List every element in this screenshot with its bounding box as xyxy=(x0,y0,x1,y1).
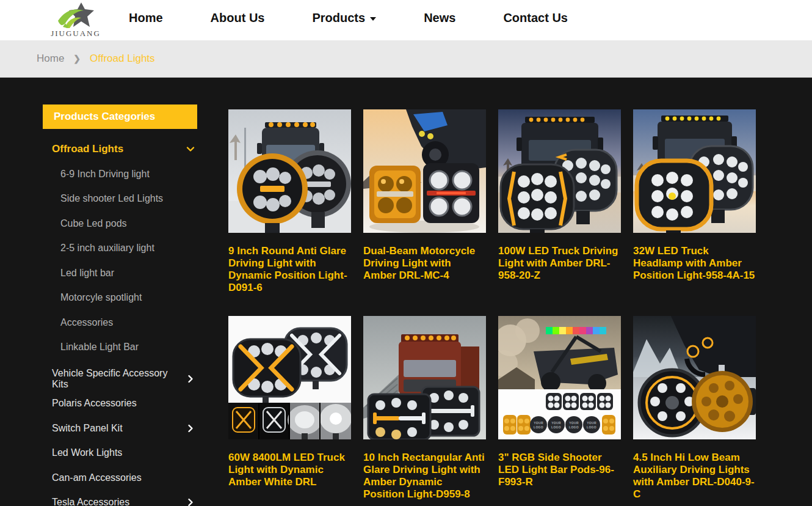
product-title[interactable]: Dual-Beam Motorcycle Driving Light with … xyxy=(363,245,486,316)
sidebar-item-offroad-lights[interactable]: Offroad Lights xyxy=(43,137,197,162)
product-title[interactable]: 4.5 Inch Hi Low Beam Auxiliary Driving L… xyxy=(633,452,756,506)
product-title[interactable]: 3" RGB Side Shooter LED Light Bar Pods-9… xyxy=(498,452,621,506)
product-card: 4.5 Inch Hi Low Beam Auxiliary Driving L… xyxy=(633,316,756,506)
sidebar-item-side-shooter-led-lights[interactable]: Side shooter Led Lights xyxy=(43,186,197,211)
nav-contact-us[interactable]: Contact Us xyxy=(503,11,568,25)
chevron-right-icon xyxy=(186,498,195,506)
product-card: YOUR LOGO YOUR LOGO YOUR LOGO YOUR LOGO xyxy=(498,316,621,506)
product-title[interactable]: 9 Inch Round Anti Glare Driving Light wi… xyxy=(228,245,351,316)
top-nav: JIUGUANG Home About Us Products News Con… xyxy=(0,0,812,40)
auxiliary-driving-lights-image xyxy=(633,316,756,439)
main-content: Products Categories Offroad Lights 6-9 I… xyxy=(0,78,812,506)
truck-light-x-drl-image xyxy=(228,316,351,439)
sidebar-item-vehicle-specific-accessory-kits[interactable]: Vehicle Specific Accessory Kits xyxy=(43,367,197,392)
product-card: 10 Inch Rectangular Anti Glare Driving L… xyxy=(363,316,486,506)
breadcrumb: Home ❯ Offroad Lights xyxy=(0,40,812,78)
sidebar-item-6-9-inch-driving-light[interactable]: 6-9 Inch Driving light xyxy=(43,162,197,187)
product-card: Dual-Beam Motorcycle Driving Light with … xyxy=(363,109,486,316)
sidebar-item-switch-panel-kit[interactable]: Switch Panel Kit xyxy=(43,416,197,441)
product-card: 60W 8400LM LED Truck Light with Dynamic … xyxy=(228,316,351,506)
rectangular-driving-light-image xyxy=(363,316,486,439)
sidebar-item-motorcyle-spotlight[interactable]: Motorcyle spotlight xyxy=(43,285,197,310)
sidebar-item-can-am-accessories[interactable]: Can-am Accessories xyxy=(43,466,197,491)
product-grid: 9 Inch Round Anti Glare Driving Light wi… xyxy=(228,109,756,506)
svg-text:YOUR: YOUR xyxy=(534,421,543,425)
sidebar-item-linkable-light-bar[interactable]: Linkable Light Bar xyxy=(43,335,197,360)
product-title[interactable]: 60W 8400LM LED Truck Light with Dynamic … xyxy=(228,452,351,506)
chevron-down-icon xyxy=(186,145,195,153)
product-thumbnail-2[interactable] xyxy=(363,109,486,233)
svg-text:YOUR: YOUR xyxy=(551,421,561,425)
product-thumbnail-5[interactable] xyxy=(228,316,351,439)
sidebar-item-2-5-inch-auxiliary-light[interactable]: 2-5 inch auxiliary light xyxy=(43,236,197,261)
logo[interactable]: JIUGUANG xyxy=(35,2,116,38)
svg-text:LOGO: LOGO xyxy=(587,425,596,429)
truck-driving-light-image xyxy=(498,109,621,233)
sidebar-item-polaris-accessories[interactable]: Polaris Accessories xyxy=(43,391,197,416)
svg-text:LOGO: LOGO xyxy=(534,425,543,429)
breadcrumb-chevron-icon: ❯ xyxy=(73,54,81,64)
product-thumbnail-4[interactable] xyxy=(633,109,756,233)
main-nav: Home About Us Products News Contact Us xyxy=(129,11,568,25)
product-title[interactable]: 10 Inch Rectangular Anti Glare Driving L… xyxy=(363,452,486,506)
svg-text:LOGO: LOGO xyxy=(551,425,561,429)
svg-text:LOGO: LOGO xyxy=(569,425,579,429)
sidebar-item-led-work-lights[interactable]: Led Work Lights xyxy=(43,441,197,466)
product-thumbnail-6[interactable] xyxy=(363,316,486,439)
sidebar-item-accessories[interactable]: Accessories xyxy=(43,310,197,336)
product-thumbnail-8[interactable] xyxy=(633,316,756,439)
sidebar-title: Products Categories xyxy=(43,105,197,129)
product-thumbnail-3[interactable] xyxy=(498,109,621,233)
product-title[interactable]: 32W LED Truck Headlamp with Amber Positi… xyxy=(633,245,756,316)
product-card: 100W LED Truck Driving Light with Amber … xyxy=(498,109,621,316)
nav-news[interactable]: News xyxy=(424,11,455,25)
nav-home[interactable]: Home xyxy=(129,11,163,25)
category-list: Offroad Lights 6-9 Inch Driving light Si… xyxy=(43,129,197,506)
product-card: 9 Inch Round Anti Glare Driving Light wi… xyxy=(228,109,351,316)
sidebar-item-tesla-accessories[interactable]: Tesla Accessories xyxy=(43,490,197,506)
logo-icon xyxy=(56,2,96,28)
products-categories-sidebar: Products Categories Offroad Lights 6-9 I… xyxy=(43,105,197,506)
round-driving-light-image xyxy=(228,109,351,233)
nav-products[interactable]: Products xyxy=(312,11,376,25)
rgb-light-bar-pods-image: YOUR LOGO YOUR LOGO YOUR LOGO YOUR LOGO xyxy=(498,316,621,439)
product-card: 32W LED Truck Headlamp with Amber Positi… xyxy=(633,109,756,316)
breadcrumb-current: Offroad Lights xyxy=(90,53,154,65)
motorcycle-pods-image xyxy=(363,109,486,233)
sidebar-item-led-light-bar[interactable]: Led light bar xyxy=(43,261,197,286)
sidebar-item-cube-led-pods[interactable]: Cube Led pods xyxy=(43,211,197,237)
breadcrumb-home-link[interactable]: Home xyxy=(37,53,64,65)
chevron-right-icon xyxy=(186,375,195,383)
nav-about-us[interactable]: About Us xyxy=(211,11,265,25)
product-thumbnail-7[interactable]: YOUR LOGO YOUR LOGO YOUR LOGO YOUR LOGO xyxy=(498,316,621,439)
truck-headlamp-image xyxy=(633,109,756,233)
logo-text: JIUGUANG xyxy=(51,29,101,38)
chevron-right-icon xyxy=(186,424,195,433)
product-title[interactable]: 100W LED Truck Driving Light with Amber … xyxy=(498,245,621,316)
svg-text:YOUR: YOUR xyxy=(569,421,579,425)
product-thumbnail-1[interactable] xyxy=(228,109,351,233)
dropdown-caret-icon xyxy=(370,17,376,21)
svg-text:YOUR: YOUR xyxy=(587,421,596,425)
